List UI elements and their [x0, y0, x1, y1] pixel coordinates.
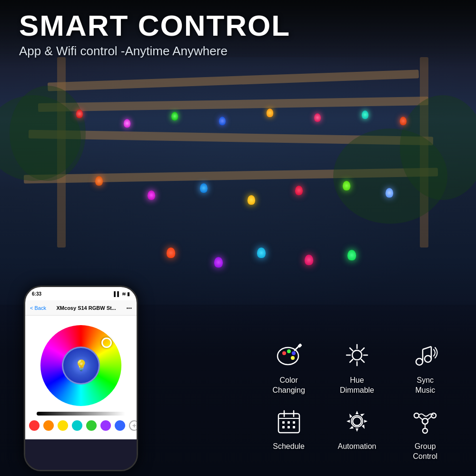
phone-time: 6:33 [32, 291, 41, 297]
sync-music-label: Sync Music [415, 376, 435, 396]
phone-mockup: 6:33 ▌▌ ≋ ▮ < Back XMcosy S14 RGBW St...… [24, 286, 148, 476]
svg-rect-27 [293, 421, 295, 424]
swatch-green[interactable] [86, 420, 97, 431]
svg-rect-30 [293, 426, 295, 428]
main-container: SMART CONTROL App & Wifi control -Anytim… [0, 0, 476, 476]
palette-icon [275, 341, 303, 369]
phone-screen: 6:33 ▌▌ ≋ ▮ < Back XMcosy S14 RGBW St...… [25, 287, 137, 470]
header: SMART CONTROL App & Wifi control -Anytim… [0, 0, 476, 68]
color-wheel-container[interactable]: 💡 [40, 325, 121, 406]
color-changing-icon-wrap [272, 338, 306, 372]
svg-line-14 [361, 348, 364, 351]
bulb-icon: 💡 [75, 359, 88, 372]
gear-icon [343, 407, 371, 436]
color-wheel-center: 💡 [62, 347, 100, 385]
svg-point-36 [423, 428, 427, 433]
main-title: SMART CONTROL [19, 10, 457, 42]
color-wheel[interactable]: 💡 [40, 325, 121, 406]
group-control-label: Group Control [413, 442, 438, 462]
swatch-cyan[interactable] [72, 420, 82, 431]
add-swatch-button[interactable]: + [129, 420, 137, 431]
swatch-orange[interactable] [43, 420, 54, 431]
svg-line-20 [423, 347, 431, 349]
schedule-icon-wrap [272, 405, 306, 438]
feature-color-changing: Color Changing [257, 338, 320, 396]
calendar-icon [275, 407, 303, 436]
svg-point-1 [282, 351, 286, 355]
automation-icon-wrap [340, 405, 374, 438]
swatch-blue[interactable] [115, 420, 125, 431]
svg-point-33 [422, 418, 428, 424]
feature-automation: Automation [325, 405, 388, 462]
swatch-red[interactable] [29, 420, 40, 431]
features-grid: Color Changing [257, 338, 457, 462]
phone-nav-bar: < Back XMcosy S14 RGBW St... ••• [25, 300, 137, 316]
svg-point-2 [287, 349, 291, 353]
feature-group-control: Group Control [394, 405, 457, 462]
color-changing-label: Color Changing [272, 376, 305, 396]
svg-rect-29 [288, 426, 290, 428]
svg-line-15 [350, 359, 353, 362]
phone-status-icons: ▌▌ ≋ ▮ [114, 291, 130, 297]
swatch-purple[interactable] [100, 420, 111, 431]
sync-music-icon-wrap [408, 338, 442, 372]
sun-icon [343, 341, 371, 369]
svg-line-13 [361, 359, 364, 362]
svg-point-34 [414, 413, 419, 418]
phone-back-button[interactable]: < Back [30, 305, 46, 311]
svg-line-12 [350, 348, 353, 351]
svg-point-17 [425, 356, 431, 362]
music-icon [411, 341, 439, 369]
subtitle: App & Wifi control -Anytime Anywhere [19, 44, 457, 59]
hue-dimmable-icon-wrap [340, 338, 374, 372]
group-control-icon-wrap [408, 405, 442, 438]
phone-nav-title: XMcosy S14 RGBW St... [50, 305, 123, 311]
automation-label: Automation [338, 442, 377, 452]
phone-app-content: 💡 [25, 316, 137, 439]
hue-dimmable-label: Hue Dimmable [340, 376, 374, 396]
swatch-yellow[interactable] [58, 420, 68, 431]
color-swatches: + [29, 420, 137, 431]
svg-point-3 [292, 351, 296, 355]
svg-point-16 [416, 358, 423, 365]
svg-rect-26 [288, 421, 290, 424]
phone-more-button[interactable]: ••• [126, 305, 132, 311]
svg-point-7 [352, 350, 362, 360]
nodes-icon [411, 407, 439, 436]
phone-status-bar: 6:33 ▌▌ ≋ ▮ [25, 287, 137, 300]
brightness-slider[interactable] [37, 412, 125, 416]
feature-schedule: Schedule [257, 405, 320, 462]
feature-sync-music: Sync Music [394, 338, 457, 396]
schedule-label: Schedule [273, 442, 305, 452]
color-selector-handle[interactable] [101, 337, 112, 348]
svg-point-31 [353, 417, 361, 426]
svg-rect-28 [282, 426, 285, 428]
feature-hue-dimmable: Hue Dimmable [325, 338, 388, 396]
svg-rect-25 [282, 421, 285, 424]
phone-frame: 6:33 ▌▌ ≋ ▮ < Back XMcosy S14 RGBW St...… [24, 286, 138, 471]
svg-point-4 [291, 356, 295, 360]
